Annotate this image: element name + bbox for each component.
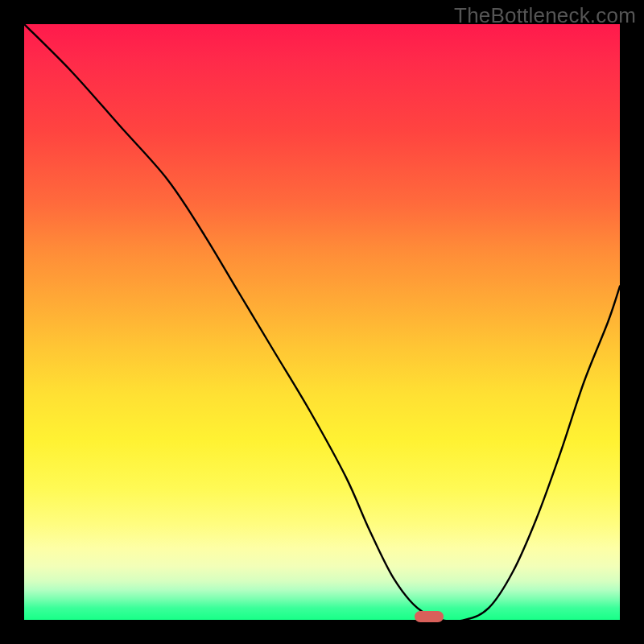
watermark-label: TheBottleneck.com (454, 3, 636, 28)
bottleneck-curve (24, 24, 620, 620)
chart-frame: TheBottleneck.com (0, 0, 644, 644)
curve-layer (24, 24, 620, 620)
plot-background-gradient (24, 24, 620, 620)
optimal-point-marker (415, 611, 444, 622)
